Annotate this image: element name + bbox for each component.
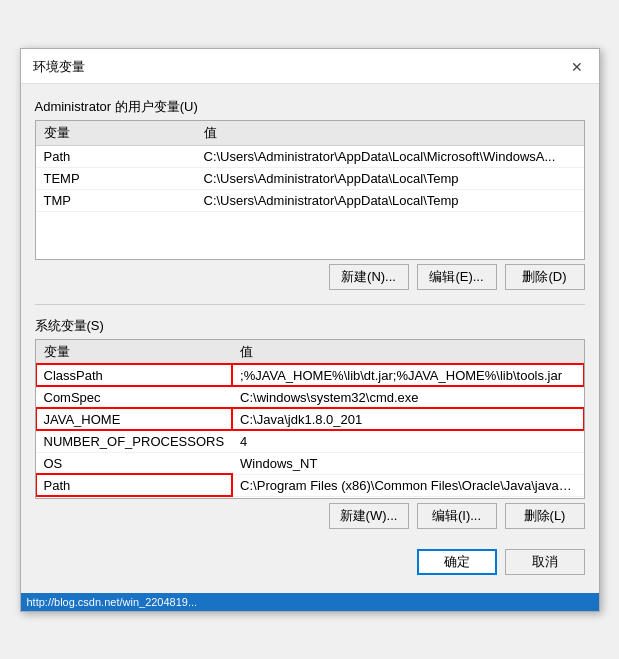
user-new-button[interactable]: 新建(N)...	[329, 264, 409, 290]
sys-delete-button[interactable]: 删除(L)	[505, 503, 585, 529]
table-row[interactable]: TMPC:\Users\Administrator\AppData\Local\…	[36, 189, 584, 211]
table-row[interactable]: PATHEXT.COM;.EXE;.BAT;.CMD;.VBS;.VBE;.JS…	[36, 496, 584, 499]
sys-btn-row: 新建(W)... 编辑(I)... 删除(L)	[35, 499, 585, 531]
sys-col-val: 值	[232, 340, 583, 365]
sys-table-header: 变量 值	[36, 340, 584, 365]
user-section: Administrator 的用户变量(U) 变量 值 PathC:\Users…	[35, 98, 585, 292]
table-row[interactable]: OSWindows_NT	[36, 452, 584, 474]
table-row[interactable]: JAVA_HOMEC:\Java\jdk1.8.0_201	[36, 408, 584, 430]
sys-new-button[interactable]: 新建(W)...	[329, 503, 409, 529]
user-table-header: 变量 值	[36, 121, 584, 146]
sys-vars-tbody: ClassPath;%JAVA_HOME%\lib\dt.jar;%JAVA_H…	[36, 364, 584, 499]
user-vars-tbody: PathC:\Users\Administrator\AppData\Local…	[36, 145, 584, 211]
sys-edit-button[interactable]: 编辑(I)...	[417, 503, 497, 529]
user-section-label: Administrator 的用户变量(U)	[35, 98, 585, 116]
user-col-val: 值	[196, 121, 584, 146]
user-vars-table-container[interactable]: 变量 值 PathC:\Users\Administrator\AppData\…	[35, 120, 585, 260]
close-button[interactable]: ✕	[565, 57, 589, 77]
status-bar: http://blog.csdn.net/win_2204819...	[21, 593, 599, 611]
sys-section: 系统变量(S) 变量 值 ClassPath;%JAVA_HOME%\lib\d…	[35, 317, 585, 531]
table-row[interactable]: ComSpecC:\windows\system32\cmd.exe	[36, 386, 584, 408]
user-col-var: 变量	[36, 121, 196, 146]
user-edit-button[interactable]: 编辑(E)...	[417, 264, 497, 290]
sys-vars-table-container[interactable]: 变量 值 ClassPath;%JAVA_HOME%\lib\dt.jar;%J…	[35, 339, 585, 499]
sys-section-label: 系统变量(S)	[35, 317, 585, 335]
ok-button[interactable]: 确定	[417, 549, 497, 575]
user-vars-table: 变量 值 PathC:\Users\Administrator\AppData\…	[36, 121, 584, 212]
title-bar: 环境变量 ✕	[21, 49, 599, 84]
dialog-body: Administrator 的用户变量(U) 变量 值 PathC:\Users…	[21, 84, 599, 589]
sys-col-var: 变量	[36, 340, 233, 365]
status-bar-text: http://blog.csdn.net/win_2204819...	[27, 596, 198, 608]
section-divider	[35, 304, 585, 305]
dialog-title: 环境变量	[33, 58, 85, 76]
table-row[interactable]: PathC:\Program Files (x86)\Common Files\…	[36, 474, 584, 496]
table-row[interactable]: TEMPC:\Users\Administrator\AppData\Local…	[36, 167, 584, 189]
table-row[interactable]: PathC:\Users\Administrator\AppData\Local…	[36, 145, 584, 167]
user-btn-row: 新建(N)... 编辑(E)... 删除(D)	[35, 260, 585, 292]
table-row[interactable]: NUMBER_OF_PROCESSORS4	[36, 430, 584, 452]
table-row[interactable]: ClassPath;%JAVA_HOME%\lib\dt.jar;%JAVA_H…	[36, 364, 584, 386]
user-delete-button[interactable]: 删除(D)	[505, 264, 585, 290]
footer-btn-row: 确定 取消	[35, 541, 585, 579]
environment-variables-dialog: 环境变量 ✕ Administrator 的用户变量(U) 变量 值 PathC…	[20, 48, 600, 612]
sys-vars-table: 变量 值 ClassPath;%JAVA_HOME%\lib\dt.jar;%J…	[36, 340, 584, 499]
cancel-button[interactable]: 取消	[505, 549, 585, 575]
